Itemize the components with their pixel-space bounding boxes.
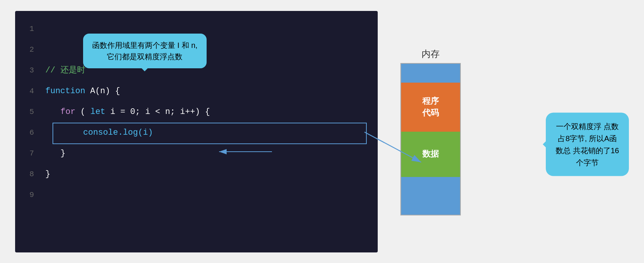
line-content-4: function A(n) { [45,81,120,102]
line-content-5: for ( let i = 0; i < n; i++) { [45,102,210,122]
line-number-5: 5 [26,102,34,122]
tooltip-bytes-text: 一个双精度浮 点数占8字节, 所以A函数总 共花销的了16 个字节 [556,122,619,166]
console-log: console.log(i) [83,128,153,137]
keyword-for: for [60,107,76,117]
line-number-3: 3 [26,60,34,81]
tooltip-bytes: 一个双精度浮 点数占8字节, 所以A函数总 共花销的了16 个字节 [546,112,629,176]
memory-bottom-segment [401,177,460,215]
for-paren-open: ( [80,107,85,117]
line-content-3: // 还是时 [45,60,85,81]
line-number-7: 7 [26,143,34,164]
code-line-8: 8 } [26,164,366,185]
memory-code-segment: 程序代码 [401,83,460,132]
memory-top-segment [401,64,460,83]
code-line-4: 4 function A(n) { [26,81,366,102]
line-number-4: 4 [26,81,34,102]
for-body: i = 0; i < n; i++) { [110,107,210,117]
tooltip-line2: 它们都是双精度浮点数 [107,52,182,61]
memory-diagram: 程序代码 数据 [400,63,461,215]
code-line-5: 5 for ( let i = 0; i < n; i++) { [26,102,366,122]
line-number-9: 9 [26,185,34,205]
line-content-6: console.log(i) [45,122,153,143]
main-container: 1 2 3 // 还是时 4 function A(n) { [0,0,644,263]
line-content-8: } [45,164,50,185]
code-line-7: 7 } [26,143,366,164]
memory-title: 内存 [422,48,440,60]
tooltip-variables: 函数作用域里有两个变量 I 和 n, 它们都是双精度浮点数 [83,34,207,68]
memory-data-segment: 数据 [401,132,460,177]
line-number-6: 6 [26,122,34,143]
code-line-6: 6 console.log(i) [26,122,366,143]
code-editor-panel: 1 2 3 // 还是时 4 function A(n) { [15,11,378,252]
line-content-7: } [45,143,65,164]
line-number-1: 1 [26,18,34,39]
line-number-2: 2 [26,39,34,60]
code-line-9: 9 [26,185,366,205]
line-number-8: 8 [26,164,34,185]
keyword-function: function [45,86,85,96]
function-signature: A(n) { [90,86,120,96]
right-section: 内存 程序代码 数据 [400,48,461,215]
tooltip-line1: 函数作用域里有两个变量 I 和 n, [92,41,198,49]
keyword-let: let [90,107,105,117]
